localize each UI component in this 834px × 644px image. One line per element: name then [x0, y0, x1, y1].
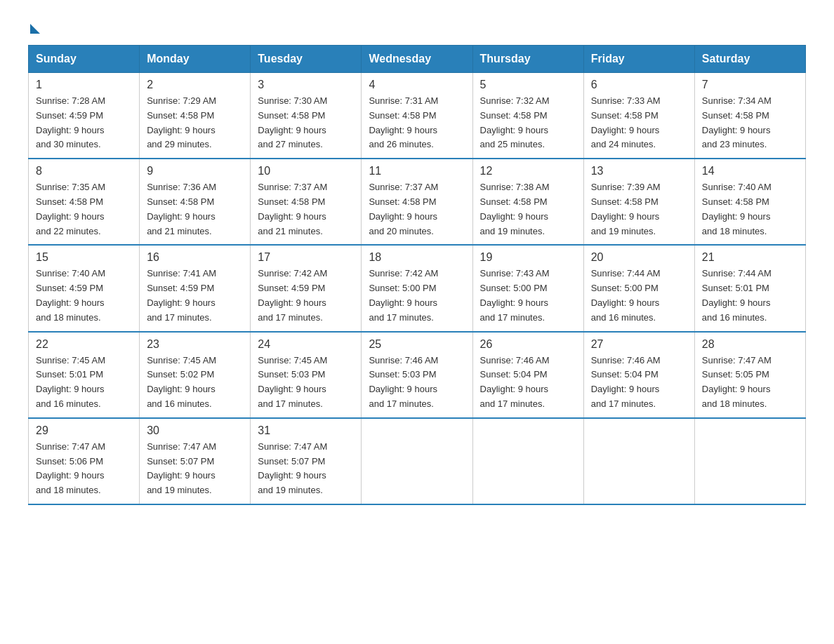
day-number: 28: [702, 338, 798, 351]
calendar-cell: 3 Sunrise: 7:30 AM Sunset: 4:58 PM Dayli…: [251, 73, 362, 159]
day-detail: Sunrise: 7:38 AM Sunset: 4:58 PM Dayligh…: [480, 180, 576, 239]
day-number: 2: [147, 79, 243, 91]
calendar-cell: 27 Sunrise: 7:46 AM Sunset: 5:04 PM Dayl…: [583, 332, 694, 418]
week-row-1: 1 Sunrise: 7:28 AM Sunset: 4:59 PM Dayli…: [29, 73, 806, 159]
day-number: 13: [591, 165, 687, 177]
day-number: 5: [480, 79, 576, 91]
calendar-cell: 12 Sunrise: 7:38 AM Sunset: 4:58 PM Dayl…: [472, 159, 583, 245]
calendar-cell: 19 Sunrise: 7:43 AM Sunset: 5:00 PM Dayl…: [472, 245, 583, 331]
week-row-3: 15 Sunrise: 7:40 AM Sunset: 4:59 PM Dayl…: [29, 245, 806, 331]
day-detail: Sunrise: 7:44 AM Sunset: 5:01 PM Dayligh…: [702, 267, 798, 325]
day-detail: Sunrise: 7:46 AM Sunset: 5:04 PM Dayligh…: [480, 354, 576, 412]
day-number: 20: [591, 251, 687, 264]
day-detail: Sunrise: 7:30 AM Sunset: 4:58 PM Dayligh…: [258, 94, 354, 152]
calendar-cell: 4 Sunrise: 7:31 AM Sunset: 4:58 PM Dayli…: [362, 73, 472, 159]
calendar-cell: 22 Sunrise: 7:45 AM Sunset: 5:01 PM Dayl…: [29, 332, 140, 418]
day-number: 14: [702, 165, 798, 177]
calendar-cell: 13 Sunrise: 7:39 AM Sunset: 4:58 PM Dayl…: [583, 159, 694, 245]
week-row-4: 22 Sunrise: 7:45 AM Sunset: 5:01 PM Dayl…: [29, 332, 806, 418]
header-saturday: Saturday: [694, 46, 805, 73]
day-number: 1: [36, 79, 132, 91]
day-detail: Sunrise: 7:37 AM Sunset: 4:58 PM Dayligh…: [369, 180, 465, 239]
day-number: 22: [36, 338, 132, 351]
day-detail: Sunrise: 7:42 AM Sunset: 5:00 PM Dayligh…: [369, 267, 465, 325]
calendar-table: SundayMondayTuesdayWednesdayThursdayFrid…: [28, 45, 806, 505]
day-number: 26: [480, 338, 576, 351]
day-detail: Sunrise: 7:43 AM Sunset: 5:00 PM Dayligh…: [480, 267, 576, 325]
day-detail: Sunrise: 7:36 AM Sunset: 4:58 PM Dayligh…: [147, 180, 243, 239]
logo: [28, 21, 40, 31]
calendar-cell: [472, 418, 583, 504]
calendar-cell: 9 Sunrise: 7:36 AM Sunset: 4:58 PM Dayli…: [140, 159, 251, 245]
calendar-cell: 8 Sunrise: 7:35 AM Sunset: 4:58 PM Dayli…: [29, 159, 140, 245]
calendar-cell: 7 Sunrise: 7:34 AM Sunset: 4:58 PM Dayli…: [694, 73, 805, 159]
day-detail: Sunrise: 7:45 AM Sunset: 5:01 PM Dayligh…: [36, 354, 132, 412]
calendar-cell: 29 Sunrise: 7:47 AM Sunset: 5:06 PM Dayl…: [29, 418, 140, 504]
calendar-cell: 20 Sunrise: 7:44 AM Sunset: 5:00 PM Dayl…: [583, 245, 694, 331]
day-number: 18: [369, 251, 465, 264]
calendar-cell: [694, 418, 805, 504]
day-detail: Sunrise: 7:46 AM Sunset: 5:03 PM Dayligh…: [369, 354, 465, 412]
day-number: 17: [258, 251, 354, 264]
day-number: 25: [369, 338, 465, 351]
header-sunday: Sunday: [29, 46, 140, 73]
calendar-cell: 21 Sunrise: 7:44 AM Sunset: 5:01 PM Dayl…: [694, 245, 805, 331]
day-number: 24: [258, 338, 354, 351]
calendar-cell: 6 Sunrise: 7:33 AM Sunset: 4:58 PM Dayli…: [583, 73, 694, 159]
week-row-5: 29 Sunrise: 7:47 AM Sunset: 5:06 PM Dayl…: [29, 418, 806, 504]
calendar-cell: [583, 418, 694, 504]
day-detail: Sunrise: 7:47 AM Sunset: 5:05 PM Dayligh…: [702, 354, 798, 412]
day-number: 30: [147, 424, 243, 437]
week-row-2: 8 Sunrise: 7:35 AM Sunset: 4:58 PM Dayli…: [29, 159, 806, 245]
calendar-cell: 14 Sunrise: 7:40 AM Sunset: 4:58 PM Dayl…: [694, 159, 805, 245]
calendar-cell: 24 Sunrise: 7:45 AM Sunset: 5:03 PM Dayl…: [251, 332, 362, 418]
day-detail: Sunrise: 7:28 AM Sunset: 4:59 PM Dayligh…: [36, 94, 132, 152]
calendar-cell: 28 Sunrise: 7:47 AM Sunset: 5:05 PM Dayl…: [694, 332, 805, 418]
day-detail: Sunrise: 7:40 AM Sunset: 4:59 PM Dayligh…: [36, 267, 132, 325]
day-detail: Sunrise: 7:47 AM Sunset: 5:07 PM Dayligh…: [258, 440, 354, 498]
day-number: 19: [480, 251, 576, 264]
header-friday: Friday: [583, 46, 694, 73]
calendar-cell: 18 Sunrise: 7:42 AM Sunset: 5:00 PM Dayl…: [362, 245, 472, 331]
day-detail: Sunrise: 7:34 AM Sunset: 4:58 PM Dayligh…: [702, 94, 798, 152]
calendar-cell: 23 Sunrise: 7:45 AM Sunset: 5:02 PM Dayl…: [140, 332, 251, 418]
day-detail: Sunrise: 7:35 AM Sunset: 4:58 PM Dayligh…: [36, 180, 132, 239]
day-number: 9: [147, 165, 243, 177]
day-number: 8: [36, 165, 132, 177]
day-detail: Sunrise: 7:46 AM Sunset: 5:04 PM Dayligh…: [591, 354, 687, 412]
day-detail: Sunrise: 7:29 AM Sunset: 4:58 PM Dayligh…: [147, 94, 243, 152]
day-number: 12: [480, 165, 576, 177]
day-number: 6: [591, 79, 687, 91]
day-number: 29: [36, 424, 132, 437]
calendar-cell: 1 Sunrise: 7:28 AM Sunset: 4:59 PM Dayli…: [29, 73, 140, 159]
day-number: 15: [36, 251, 132, 264]
calendar-cell: 2 Sunrise: 7:29 AM Sunset: 4:58 PM Dayli…: [140, 73, 251, 159]
day-detail: Sunrise: 7:47 AM Sunset: 5:07 PM Dayligh…: [147, 440, 243, 498]
calendar-cell: 26 Sunrise: 7:46 AM Sunset: 5:04 PM Dayl…: [472, 332, 583, 418]
header-tuesday: Tuesday: [251, 46, 362, 73]
day-detail: Sunrise: 7:47 AM Sunset: 5:06 PM Dayligh…: [36, 440, 132, 498]
day-number: 7: [702, 79, 798, 91]
header-wednesday: Wednesday: [362, 46, 472, 73]
day-number: 23: [147, 338, 243, 351]
header-thursday: Thursday: [472, 46, 583, 73]
day-detail: Sunrise: 7:41 AM Sunset: 4:59 PM Dayligh…: [147, 267, 243, 325]
day-number: 3: [258, 79, 354, 91]
day-number: 31: [258, 424, 354, 437]
calendar-cell: 16 Sunrise: 7:41 AM Sunset: 4:59 PM Dayl…: [140, 245, 251, 331]
calendar-cell: 5 Sunrise: 7:32 AM Sunset: 4:58 PM Dayli…: [472, 73, 583, 159]
calendar-cell: 25 Sunrise: 7:46 AM Sunset: 5:03 PM Dayl…: [362, 332, 472, 418]
calendar-cell: 10 Sunrise: 7:37 AM Sunset: 4:58 PM Dayl…: [251, 159, 362, 245]
day-number: 11: [369, 165, 465, 177]
day-detail: Sunrise: 7:31 AM Sunset: 4:58 PM Dayligh…: [369, 94, 465, 152]
day-number: 16: [147, 251, 243, 264]
logo-arrow-icon: [30, 24, 40, 34]
calendar-cell: 11 Sunrise: 7:37 AM Sunset: 4:58 PM Dayl…: [362, 159, 472, 245]
day-detail: Sunrise: 7:39 AM Sunset: 4:58 PM Dayligh…: [591, 180, 687, 239]
day-detail: Sunrise: 7:40 AM Sunset: 4:58 PM Dayligh…: [702, 180, 798, 239]
header-monday: Monday: [140, 46, 251, 73]
calendar-cell: 17 Sunrise: 7:42 AM Sunset: 4:59 PM Dayl…: [251, 245, 362, 331]
day-detail: Sunrise: 7:32 AM Sunset: 4:58 PM Dayligh…: [480, 94, 576, 152]
calendar-header-row: SundayMondayTuesdayWednesdayThursdayFrid…: [29, 46, 806, 73]
day-detail: Sunrise: 7:33 AM Sunset: 4:58 PM Dayligh…: [591, 94, 687, 152]
